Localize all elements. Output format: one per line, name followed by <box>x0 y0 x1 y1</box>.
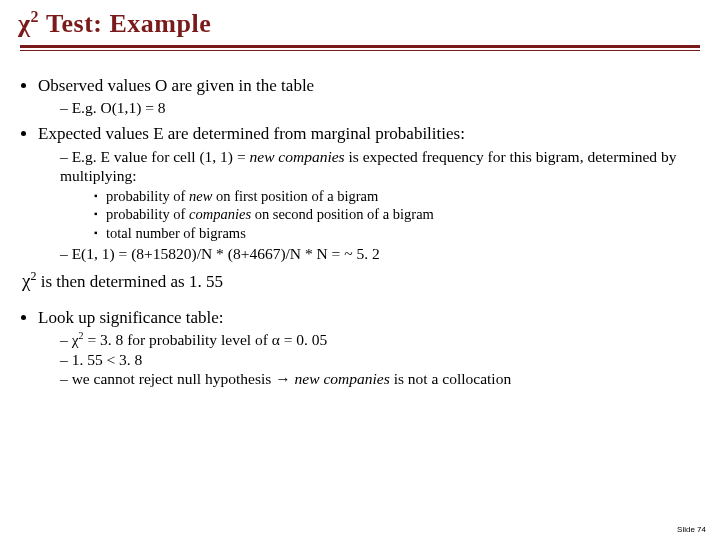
text: E.g. E value for cell (1, 1) = <box>72 148 250 165</box>
text: E.g. O(1,1) = 8 <box>72 99 166 116</box>
sq-prob-new: probability of new on first position of … <box>94 187 702 205</box>
slide-title: χ2 Test: Example <box>18 8 702 39</box>
dash-chi-38: χ2 = 3. 8 for probability level of α = 0… <box>60 330 702 350</box>
text: probability of <box>106 206 189 222</box>
text: is not a collocation <box>390 370 511 387</box>
dash-eg-e: E.g. E value for cell (1, 1) = new compa… <box>60 147 702 242</box>
chi-symbol: χ <box>18 9 31 38</box>
em: new companies <box>250 148 345 165</box>
sq-total-bigrams: total number of bigrams <box>94 224 702 242</box>
em: new companies <box>295 370 390 387</box>
slide-number: Slide 74 <box>677 525 706 534</box>
text: on second position of a bigram <box>251 206 434 222</box>
chi-sup: 2 <box>31 8 40 25</box>
slide: χ2 Test: Example Observed values O are g… <box>0 0 720 540</box>
text: we cannot reject null hypothesis → <box>72 370 295 387</box>
chi-symbol: χ <box>72 331 79 348</box>
bullet-list-2: Look up significance table: χ2 = 3. 8 fo… <box>18 307 702 389</box>
title-rule <box>18 45 702 51</box>
text: Expected values E are determined from ma… <box>38 124 465 143</box>
text: on first position of a bigram <box>212 188 378 204</box>
text: total number of bigrams <box>106 225 246 241</box>
bullet-lookup: Look up significance table: χ2 = 3. 8 fo… <box>38 307 702 389</box>
bullet-list: Observed values O are given in the table… <box>18 75 702 263</box>
text: = 3. 8 for probability level of α = 0. 0… <box>84 331 328 348</box>
dash-eg-o: E.g. O(1,1) = 8 <box>60 98 702 117</box>
bullet-observed: Observed values O are given in the table… <box>38 75 702 118</box>
title-text: Test: Example <box>39 9 211 38</box>
text: Observed values O are given in the table <box>38 76 314 95</box>
chi-squared-result: χ2 is then determined as 1. 55 <box>22 269 702 293</box>
em: new <box>189 188 212 204</box>
text: Look up significance table: <box>38 308 224 327</box>
dash-conclusion: we cannot reject null hypothesis → new c… <box>60 369 702 388</box>
bullet-expected: Expected values E are determined from ma… <box>38 123 702 263</box>
dash-e11: E(1, 1) = (8+15820)/N * (8+4667)/N * N =… <box>60 244 702 263</box>
text: is then determined as 1. 55 <box>36 272 223 291</box>
dash-compare: 1. 55 < 3. 8 <box>60 350 702 369</box>
em: companies <box>189 206 251 222</box>
slide-content: Observed values O are given in the table… <box>18 75 702 389</box>
text: 1. 55 < 3. 8 <box>72 351 143 368</box>
sq-prob-companies: probability of companies on second posit… <box>94 205 702 223</box>
text: probability of <box>106 188 189 204</box>
text: E(1, 1) = (8+15820)/N * (8+4667)/N * N =… <box>72 245 380 262</box>
